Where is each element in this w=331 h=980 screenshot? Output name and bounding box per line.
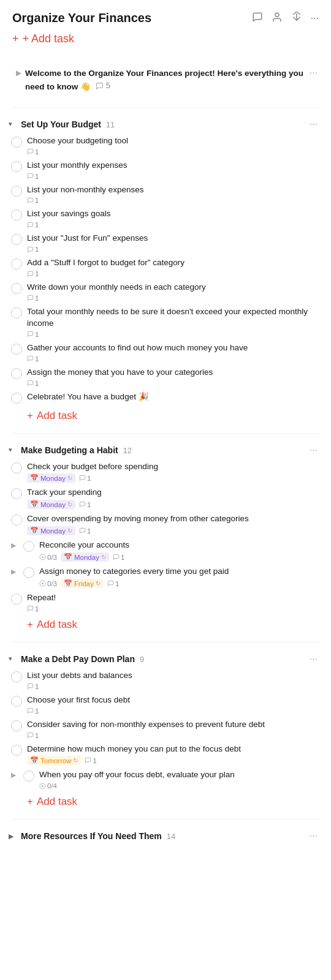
task-item[interactable]: Gather your accounts to find out how muc… (9, 339, 322, 364)
task-body: When you pay off your focus debt, evalua… (39, 769, 320, 790)
task-body: Celebrate! You have a budget 🎉 (27, 391, 320, 403)
task-item[interactable]: ▶ Reconcile your accounts 0/3 📅 Monday ↻… (9, 537, 322, 563)
task-sub-count: 0/3 (39, 580, 57, 587)
add-task-top-button[interactable]: + + Add task (0, 30, 331, 51)
task-checkbox[interactable] (11, 137, 22, 148)
task-body: List your "Just for Fun" expenses 1 (27, 233, 320, 253)
task-checkbox[interactable] (11, 720, 22, 731)
task-checkbox[interactable] (11, 307, 22, 318)
comment-icon[interactable] (252, 12, 263, 25)
expand-chevron-icon[interactable]: ▶ (11, 568, 18, 576)
section-chevron-make-budgeting-habit[interactable]: ▾ (9, 446, 17, 454)
task-checkbox[interactable] (11, 594, 22, 605)
task-item[interactable]: Choose your first focus debt 1 (9, 692, 322, 716)
task-item[interactable]: Assign the money that you have to your c… (9, 364, 322, 388)
task-checkbox[interactable] (23, 771, 34, 782)
task-checkbox[interactable] (11, 745, 22, 756)
task-checkbox[interactable] (11, 462, 22, 473)
expand-chevron-icon[interactable]: ▶ (11, 541, 18, 549)
task-item[interactable]: Consider saving for non-monthly expenses… (9, 716, 322, 741)
task-item[interactable]: Check your budget before spending 📅 Mond… (9, 458, 322, 484)
task-checkbox[interactable] (23, 541, 34, 552)
section-title-set-up-budget: Set Up Your Budget 11 (21, 119, 303, 129)
more-icon[interactable]: ··· (311, 13, 319, 24)
section-more-make-debt-plan[interactable]: ··· (307, 654, 320, 665)
task-checkbox[interactable] (11, 186, 22, 197)
task-item[interactable]: Cover overspending by moving money from … (9, 510, 322, 537)
task-comment: 1 (79, 475, 91, 482)
task-checkbox[interactable] (11, 209, 22, 221)
task-item[interactable]: Write down your monthly needs in each ca… (9, 279, 322, 303)
task-body: Gather your accounts to find out how muc… (27, 342, 320, 363)
section-chevron-set-up-budget[interactable]: ▾ (9, 120, 17, 128)
section-chevron-more-resources[interactable]: ▶ (9, 832, 17, 840)
task-checkbox[interactable] (11, 234, 22, 245)
task-checkbox[interactable] (11, 283, 22, 294)
task-body: List your monthly expenses 1 (27, 160, 320, 180)
task-checkbox[interactable] (11, 258, 22, 270)
task-title: List your debts and balances (27, 670, 320, 682)
task-checkbox[interactable] (11, 393, 22, 404)
add-task-set-up-budget[interactable]: + Add task (9, 406, 322, 427)
task-comment: 1 (27, 380, 39, 387)
add-task-make-budgeting-habit[interactable]: + Add task (9, 615, 322, 636)
sort-icon[interactable] (291, 12, 302, 25)
task-item[interactable]: Track your spending 📅 Monday ↻ 1 (9, 484, 322, 510)
task-comment: 1 (27, 331, 39, 338)
task-item[interactable]: Celebrate! You have a budget 🎉 (9, 388, 322, 405)
task-item[interactable]: List your debts and balances 1 (9, 667, 322, 692)
task-title: Choose your first focus debt (27, 695, 320, 706)
banner-chevron-icon[interactable]: ▶ (16, 69, 21, 77)
task-checkbox[interactable] (11, 514, 22, 526)
section-make-debt-plan: ▾ Make a Debt Pay Down Plan 9 ··· List y… (0, 647, 331, 813)
task-checkbox[interactable] (11, 368, 22, 379)
task-item[interactable]: Add a "Stuff I forgot to budget for" cat… (9, 254, 322, 279)
task-checkbox[interactable] (11, 696, 22, 707)
expand-chevron-icon[interactable]: ▶ (11, 771, 18, 779)
task-body: Check your budget before spending 📅 Mond… (27, 461, 320, 483)
banner-more-menu[interactable]: ··· (307, 67, 320, 78)
section-more-more-resources[interactable]: ··· (307, 831, 320, 842)
welcome-banner: ▶ Welcome to the Organize Your Finances … (11, 61, 320, 100)
add-task-label: Add task (37, 410, 77, 422)
task-title: Choose your budgeting tool (27, 135, 320, 147)
task-comment: 1 (27, 707, 39, 715)
task-date-monday: 📅 Monday ↻ (61, 552, 109, 562)
task-checkbox[interactable] (11, 671, 22, 682)
task-date-tomorrow: 📅 Tomorrow ↻ (27, 756, 81, 765)
task-item[interactable]: Choose your budgeting tool 1 (9, 132, 322, 157)
task-item[interactable]: ▶ When you pay off your focus debt, eval… (9, 766, 322, 791)
task-checkbox[interactable] (23, 567, 34, 578)
task-comment: 1 (27, 197, 39, 204)
task-item[interactable]: Determine how much money you can put to … (9, 741, 322, 767)
section-more-set-up-budget[interactable]: ··· (307, 119, 320, 130)
person-icon[interactable] (272, 12, 283, 25)
task-item[interactable]: Repeat! 1 (9, 589, 322, 614)
task-body: Write down your monthly needs in each ca… (27, 282, 320, 302)
section-make-budgeting-habit: ▾ Make Budgeting a Habit 12 ··· Check yo… (0, 439, 331, 636)
task-body: Reconcile your accounts 0/3 📅 Monday ↻ 1 (39, 540, 320, 562)
task-title: Celebrate! You have a budget 🎉 (27, 391, 320, 403)
task-date-monday: 📅 Monday ↻ (27, 526, 75, 535)
task-title: Gather your accounts to find out how muc… (27, 342, 320, 354)
task-item[interactable]: List your monthly expenses 1 (9, 157, 322, 181)
task-list-set-up-budget: Choose your budgeting tool 1 List your m… (0, 132, 331, 405)
task-item[interactable]: Total your monthly needs to be sure it d… (9, 303, 322, 339)
task-item[interactable]: ▶ Assign money to categories every time … (9, 563, 322, 589)
task-item[interactable]: List your non-monthly expenses 1 (9, 181, 322, 206)
task-checkbox[interactable] (11, 488, 22, 499)
task-body: List your debts and balances 1 (27, 670, 320, 690)
page-title: Organize Your Finances (12, 11, 151, 25)
section-title-make-debt-plan: Make a Debt Pay Down Plan 9 (21, 654, 303, 664)
task-checkbox[interactable] (11, 344, 22, 355)
task-item[interactable]: List your savings goals 1 (9, 205, 322, 230)
add-task-make-debt-plan[interactable]: + Add task (9, 792, 322, 813)
section-set-up-budget: ▾ Set Up Your Budget 11 ··· Choose your … (0, 113, 331, 427)
task-body: Assign the money that you have to your c… (27, 367, 320, 387)
task-item[interactable]: List your "Just for Fun" expenses 1 (9, 230, 322, 254)
task-checkbox[interactable] (11, 161, 22, 172)
section-chevron-make-debt-plan[interactable]: ▾ (9, 655, 17, 663)
header-actions: ··· (252, 12, 319, 25)
section-more-make-budgeting-habit[interactable]: ··· (307, 445, 320, 456)
section-title-more-resources: More Resources If You Need Them 14 (21, 831, 303, 841)
